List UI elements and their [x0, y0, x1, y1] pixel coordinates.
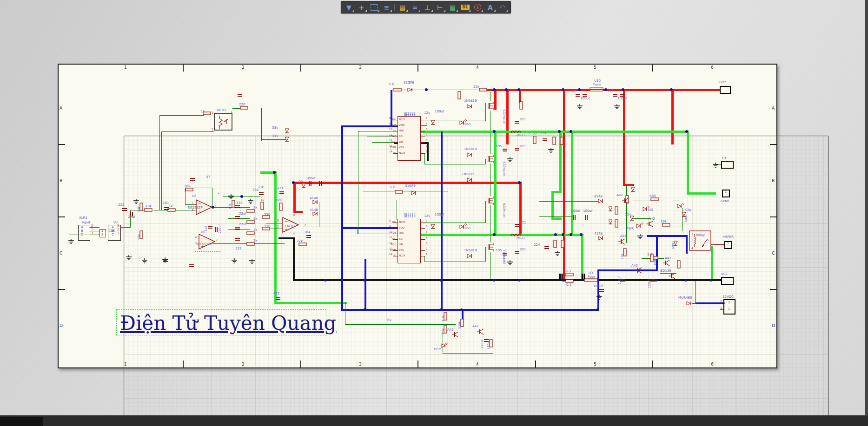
component-label-vertical[interactable]: 470k — [487, 342, 490, 349]
component-label[interactable]: 471 — [277, 187, 283, 190]
schematic-canvas[interactable]: −+−+−+XLR1InputVol10K22222uf10k1011kOPTO… — [0, 0, 868, 426]
wire[interactable] — [363, 191, 448, 191]
part-ch[interactable] — [584, 215, 589, 220]
component-label[interactable]: 221 — [520, 145, 526, 148]
wire[interactable] — [218, 193, 219, 194]
component-label[interactable]: 5k — [253, 217, 258, 221]
wire[interactable] — [293, 237, 295, 281]
component-label[interactable]: 100uf — [571, 210, 580, 213]
part-npn[interactable] — [669, 272, 676, 280]
wire[interactable] — [421, 223, 486, 223]
wire[interactable] — [302, 227, 358, 227]
component-label[interactable]: XLR1 — [79, 216, 87, 220]
component-label-vertical[interactable]: IRFP4229 — [503, 203, 506, 217]
part-cv[interactable] — [279, 190, 285, 195]
component-label-vertical[interactable]: IRFP4229 — [503, 109, 506, 124]
part-rh[interactable] — [246, 220, 255, 224]
part-dh[interactable] — [312, 200, 318, 204]
component-label[interactable]: +SPKR — [722, 236, 734, 239]
component-label-vertical[interactable]: 220uf — [219, 224, 222, 233]
wire[interactable] — [261, 139, 287, 140]
part-rv[interactable] — [260, 202, 264, 210]
wire[interactable] — [364, 259, 366, 310]
part-cv[interactable] — [235, 237, 240, 242]
component-label[interactable]: 100uf — [435, 110, 444, 113]
component-label[interactable]: 100uf — [435, 213, 444, 216]
part-rh[interactable] — [650, 197, 659, 201]
wire[interactable] — [195, 251, 220, 252]
part-rv[interactable] — [279, 203, 283, 211]
component-label-vertical[interactable]: 50k — [138, 206, 141, 212]
component-label-vertical[interactable]: 47k — [621, 254, 624, 259]
part-rh[interactable] — [246, 242, 255, 246]
part-npn[interactable] — [622, 197, 629, 204]
component-label[interactable]: 33v — [272, 135, 278, 138]
component-label[interactable]: NE5532P — [197, 243, 212, 246]
component-label[interactable]: 22k — [297, 240, 303, 243]
component-label[interactable]: 3.3k — [647, 253, 654, 256]
component-label[interactable]: CT — [722, 157, 726, 160]
wire[interactable] — [673, 201, 679, 201]
component-label[interactable]: C — [81, 233, 83, 236]
part-rv[interactable] — [677, 260, 681, 269]
wire[interactable] — [490, 252, 490, 279]
component-label[interactable]: 100uf — [583, 210, 592, 213]
component-label[interactable]: A42 — [616, 194, 623, 197]
component-label[interactable]: Input — [82, 221, 90, 224]
component-label-vertical[interactable]: 104 — [205, 226, 208, 231]
component-label[interactable]: OCP — [434, 348, 441, 351]
component-label[interactable]: 6v — [387, 319, 391, 322]
component-label[interactable]: 22k — [473, 85, 479, 89]
wire[interactable] — [490, 164, 490, 182]
wire[interactable] — [506, 91, 509, 144]
part-rv[interactable] — [560, 137, 563, 145]
wire[interactable] — [632, 218, 651, 219]
wire[interactable] — [293, 182, 296, 212]
part-rh[interactable] — [185, 188, 193, 191]
part-rv[interactable] — [552, 137, 556, 145]
ground-symbol[interactable] — [228, 194, 234, 199]
wire[interactable] — [687, 192, 716, 195]
component-label[interactable]: 47 — [206, 176, 210, 179]
part-npn[interactable] — [452, 331, 459, 338]
wire[interactable] — [391, 90, 392, 127]
part-cv[interactable] — [235, 204, 240, 209]
wire[interactable] — [490, 235, 490, 242]
component-label[interactable]: 224 — [540, 132, 546, 135]
wire[interactable] — [424, 164, 485, 164]
wire[interactable] — [551, 217, 562, 220]
wire[interactable] — [159, 115, 160, 210]
wire[interactable] — [490, 205, 490, 234]
part-rh[interactable] — [662, 223, 670, 227]
wire[interactable] — [341, 309, 598, 311]
component-label[interactable]: LM311 — [285, 225, 296, 228]
component-label[interactable]: 101 — [163, 202, 169, 205]
component-label[interactable]: A92 — [620, 235, 627, 238]
part-ch[interactable] — [318, 181, 323, 186]
ground-symbol[interactable] — [133, 199, 139, 204]
part-cv[interactable] — [306, 234, 311, 239]
component-label[interactable]: Fuse — [588, 275, 595, 279]
component-label[interactable]: 1N5819 — [462, 173, 475, 176]
component-label[interactable]: 0.1 — [566, 283, 571, 287]
wire[interactable] — [539, 201, 599, 202]
component-label-vertical[interactable]: 120k — [458, 321, 462, 329]
wire[interactable] — [293, 211, 303, 213]
part-rh[interactable] — [565, 279, 574, 283]
part-cv[interactable] — [542, 138, 548, 142]
wire[interactable] — [682, 225, 683, 231]
wire[interactable] — [357, 227, 358, 234]
part-op[interactable]: −+ — [198, 233, 217, 250]
component-label[interactable]: 100uf — [593, 285, 603, 288]
component-label[interactable]: MUR460 — [678, 296, 692, 300]
ground-symbol[interactable] — [162, 257, 168, 262]
wire[interactable] — [341, 125, 392, 127]
wire[interactable] — [656, 235, 658, 271]
component-label[interactable]: 22 — [533, 133, 537, 136]
part-cv[interactable] — [502, 148, 508, 152]
part-dh[interactable] — [411, 190, 417, 195]
ground-symbol[interactable] — [68, 239, 74, 244]
part-dv[interactable] — [431, 224, 435, 230]
component-label[interactable]: B — [112, 229, 114, 233]
component-label-vertical[interactable]: 4007 — [685, 214, 688, 222]
